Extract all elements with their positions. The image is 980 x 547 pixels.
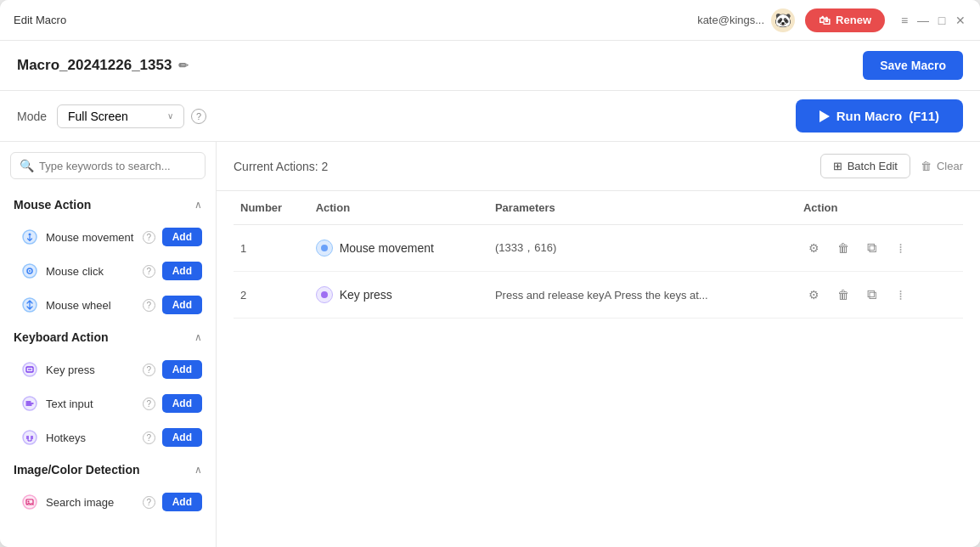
mouse-movement-item: Mouse movement ? Add [0,220,216,254]
row-delete-button[interactable]: 🗑 [832,237,854,259]
mouse-movement-add-button[interactable]: Add [162,228,202,246]
mouse-wheel-icon [20,296,39,314]
key-press-icon [20,360,39,379]
mode-bar: Mode Full Screen ∨ ? Run Macro (F11) [0,91,980,142]
clear-button[interactable]: 🗑 Clear [921,160,963,172]
hotkeys-item: Hotkeys ? Add [0,420,216,454]
maximize-button[interactable]: □ [936,14,948,26]
batch-edit-button[interactable]: ⊞ Batch Edit [820,154,910,178]
mode-chevron-icon: ∨ [167,111,173,121]
search-image-add-button[interactable]: Add [162,493,202,511]
minimize-button[interactable]: — [917,14,929,26]
hotkeys-label: Hotkeys [46,431,136,444]
search-box: 🔍 [10,152,206,179]
main-content: 🔍 Mouse Action ∧ Mouse movement ? Add [0,142,980,547]
svg-point-17 [321,291,328,298]
svg-point-10 [23,431,37,444]
row-parameters: Press and release keyA Press the keys at… [488,272,797,319]
search-icon: 🔍 [20,159,34,172]
sidebar: 🔍 Mouse Action ∧ Mouse movement ? Add [0,142,217,547]
row-copy-button[interactable]: ⧉ [861,237,883,259]
keyboard-action-title: Keyboard Action [14,330,109,344]
mouse-click-item: Mouse click ? Add [0,254,216,288]
hotkeys-icon [20,428,39,447]
key-press-item: Key press ? Add [0,352,216,386]
mouse-click-add-button[interactable]: Add [162,262,202,280]
col-action-controls: Action [797,191,963,225]
action-name: Mouse movement [340,241,434,255]
row-number: 2 [234,272,309,319]
batch-edit-label: Batch Edit [848,160,898,172]
row-drag-button[interactable]: ⁞ [890,284,912,306]
text-input-help-icon[interactable]: ? [143,398,155,410]
actions-table: Number Action Parameters Action 1 Mouse … [234,191,963,319]
right-panel: Current Actions: 2 ⊞ Batch Edit 🗑 Clear … [217,142,980,547]
action-name: Key press [340,288,392,302]
run-macro-label: Run Macro [836,109,903,123]
play-icon [819,110,830,122]
avatar: 🐼 [771,8,795,32]
mouse-wheel-item: Mouse wheel ? Add [0,288,216,322]
row-copy-button[interactable]: ⧉ [861,284,883,306]
row-delete-button[interactable]: 🗑 [832,284,854,306]
col-action: Action [309,191,488,225]
actions-table-container: Number Action Parameters Action 1 Mouse … [217,191,980,547]
mouse-movement-help-icon[interactable]: ? [143,231,155,244]
mouse-wheel-add-button[interactable]: Add [162,296,202,314]
window-controls: ≡ — □ ✕ [898,14,966,26]
current-actions-label: Current Actions: 2 [234,160,820,173]
mouse-wheel-label: Mouse wheel [46,299,136,312]
app-window: Edit Macro kate@kings... 🐼 Renew ≡ — □ ✕… [0,0,980,547]
window-title: Edit Macro [14,14,697,26]
mouse-action-header[interactable]: Mouse Action ∧ [0,189,216,220]
mouse-click-label: Mouse click [46,265,136,278]
image-detection-header[interactable]: Image/Color Detection ∧ [0,454,216,485]
save-macro-button[interactable]: Save Macro [863,51,963,80]
renew-button[interactable]: Renew [805,8,885,32]
username: kate@kings... [697,14,764,26]
clear-label: Clear [937,160,963,172]
row-action: Mouse movement [309,225,488,272]
run-macro-button[interactable]: Run Macro (F11) [796,99,963,133]
keyboard-action-chevron-icon: ∧ [194,331,202,343]
macro-header: Macro_20241226_1353 ✏ Save Macro [0,41,980,91]
row-settings-button[interactable]: ⚙ [803,284,825,306]
row-settings-button[interactable]: ⚙ [803,237,825,259]
search-image-help-icon[interactable]: ? [143,496,155,509]
svg-point-16 [321,245,328,251]
hotkeys-help-icon[interactable]: ? [143,431,155,444]
keyboard-action-header[interactable]: Keyboard Action ∧ [0,322,216,352]
key-press-label: Key press [46,364,136,376]
mouse-movement-label: Mouse movement [46,231,136,244]
menu-button[interactable]: ≡ [898,14,910,26]
close-button[interactable]: ✕ [955,14,966,26]
mode-selector[interactable]: Full Screen ∨ [57,104,184,128]
hotkeys-add-button[interactable]: Add [162,428,202,447]
search-input[interactable] [39,160,196,172]
svg-point-15 [28,501,30,503]
panel-header: Current Actions: 2 ⊞ Batch Edit 🗑 Clear [217,142,980,191]
text-input-add-button[interactable]: Add [162,394,202,413]
clear-icon: 🗑 [921,160,932,172]
mouse-click-help-icon[interactable]: ? [143,265,155,278]
svg-rect-12 [31,436,33,439]
key-press-add-button[interactable]: Add [162,360,202,379]
row-drag-button[interactable]: ⁞ [890,237,912,259]
svg-point-1 [29,234,31,236]
macro-name-text: Macro_20241226_1353 [17,57,172,74]
mode-help-icon[interactable]: ? [191,109,206,124]
svg-rect-11 [26,436,29,439]
search-image-label: Search image [46,496,136,509]
mode-label: Mode [17,110,47,123]
row-number: 1 [234,225,309,272]
image-detection-section: Image/Color Detection ∧ Search image ? A… [0,454,216,519]
text-input-icon [20,394,39,413]
row-controls: ⚙ 🗑 ⧉ ⁞ [797,272,963,319]
mouse-wheel-help-icon[interactable]: ? [143,299,155,312]
search-image-item: Search image ? Add [0,485,216,519]
batch-edit-icon: ⊞ [833,160,842,172]
edit-macro-name-icon[interactable]: ✏ [178,59,189,72]
key-press-help-icon[interactable]: ? [143,364,155,376]
text-input-item: Text input ? Add [0,386,216,420]
text-input-label: Text input [46,398,136,410]
